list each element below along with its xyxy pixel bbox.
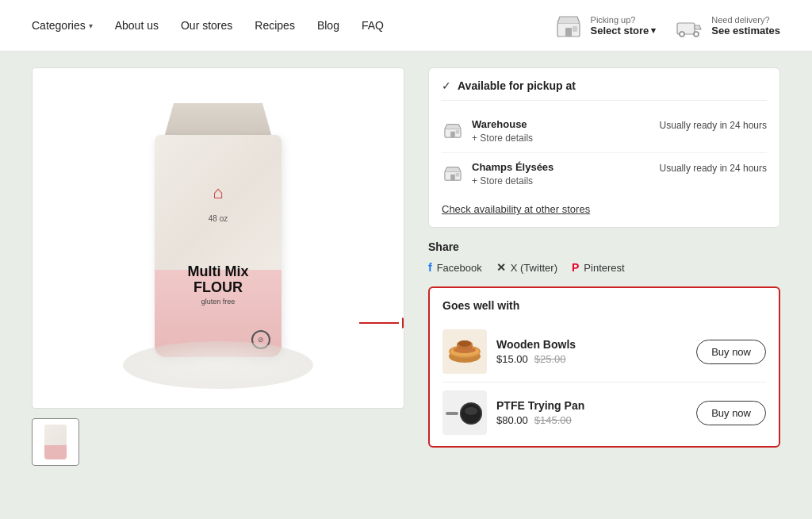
nav-categories[interactable]: Categories ▾ [32, 19, 93, 32]
gww-item-prices-ptfe-pan: $80.00 $145.00 [496, 414, 687, 426]
arrow-head-icon [402, 317, 404, 329]
goes-well-with-section: Goes well with [428, 286, 780, 448]
gww-item-ptfe-pan: PTFE Trying Pan $80.00 $145.00 Buy now [442, 383, 766, 435]
store-icon [554, 11, 583, 40]
bag-logo-icon: ⌂ [213, 183, 223, 203]
svg-point-18 [458, 340, 471, 347]
header-actions: Picking up? Select store ▾ Need delivery… [554, 11, 780, 40]
share-buttons: f Facebook ✕ X (Twitter) P Pinterest [428, 261, 780, 274]
gww-item-img-ptfe-pan [442, 390, 487, 435]
svg-point-4 [680, 32, 684, 37]
main-content: ⌂ 48 oz Multi Mix FLOUR gluten free ⊘ [0, 52, 812, 519]
info-section: ✓ Available for pickup at Ware [404, 67, 780, 503]
bag-title: Multi Mix FLOUR gluten free [167, 264, 270, 306]
pickup-text: Picking up? Select store ▾ [591, 15, 657, 37]
gww-price-original-ptfe-pan: $145.00 [534, 414, 572, 426]
delivery-text: Need delivery? See estimates [711, 15, 780, 37]
store-left-warehouse: Warehouse + Store details [442, 118, 533, 144]
flour-bag-illustration: ⌂ 48 oz Multi Mix FLOUR gluten free ⊘ [139, 103, 297, 373]
store-icon-champs [442, 162, 464, 184]
gww-title: Goes well with [442, 299, 766, 312]
main-nav: Categories ▾ About us Our stores Recipes… [32, 19, 384, 32]
product-section: ⌂ 48 oz Multi Mix FLOUR gluten free ⊘ [32, 67, 404, 503]
bag-body: ⌂ 48 oz Multi Mix FLOUR gluten free ⊘ [155, 135, 282, 357]
thumb-bag-icon [44, 425, 67, 459]
share-section: Share f Facebook ✕ X (Twitter) P Pintere… [428, 237, 780, 277]
store-row-champs: Champs Élysées + Store details Usually r… [442, 153, 767, 195]
store-row-warehouse: Warehouse + Store details Usually ready … [442, 110, 767, 153]
bag-product-name: Multi Mix FLOUR [167, 264, 270, 296]
check-availability-link[interactable]: Check availability at other stores [442, 203, 590, 215]
product-thumbnails [32, 418, 404, 466]
chevron-down-icon: ▾ [651, 25, 656, 36]
chevron-down-icon: ▾ [89, 21, 93, 30]
svg-rect-19 [446, 412, 458, 415]
share-pinterest[interactable]: P Pinterest [572, 261, 625, 274]
pickup-card: ✓ Available for pickup at Ware [428, 67, 780, 228]
store-left-champs: Champs Élysées + Store details [442, 161, 553, 187]
product-image-main: ⌂ 48 oz Multi Mix FLOUR gluten free ⊘ [32, 67, 404, 409]
facebook-icon: f [428, 261, 432, 274]
nav-our-stores[interactable]: Our stores [181, 19, 232, 32]
gww-price-original-wooden-bowls: $25.00 [534, 353, 566, 365]
delivery-action[interactable]: Need delivery? See estimates [675, 11, 780, 40]
thumbnail-1[interactable] [32, 418, 79, 466]
svg-point-22 [465, 407, 477, 415]
pickup-title: Available for pickup at [458, 79, 576, 92]
svg-point-5 [694, 32, 699, 37]
store-icon-warehouse [442, 119, 464, 141]
gww-price-current-wooden-bowls: $15.00 [496, 353, 528, 365]
store-ready-champs: Usually ready in 24 hours [660, 161, 767, 174]
share-twitter[interactable]: ✕ X (Twitter) [496, 261, 557, 274]
store-info-champs: Champs Élysées + Store details [472, 161, 553, 187]
svg-rect-11 [456, 173, 460, 177]
svg-rect-1 [565, 28, 572, 37]
twitter-x-icon: ✕ [496, 261, 506, 274]
store-info-warehouse: Warehouse + Store details [472, 118, 533, 144]
pickup-action[interactable]: Picking up? Select store ▾ [554, 11, 657, 40]
thumb-bag-pink [44, 445, 67, 459]
share-title: Share [428, 240, 780, 253]
buy-now-button-wooden-bowls[interactable]: Buy now [696, 340, 766, 364]
gww-price-current-ptfe-pan: $80.00 [496, 414, 528, 426]
delivery-icon [675, 11, 703, 40]
gww-item-wooden-bowls: Wooden Bowls $15.00 $25.00 Buy now [442, 321, 766, 383]
nav-about[interactable]: About us [115, 19, 159, 32]
gww-item-name-wooden-bowls: Wooden Bowls [496, 338, 687, 351]
bag-oz: 48 oz [209, 214, 228, 223]
gww-item-name-ptfe-pan: PTFE Trying Pan [496, 399, 687, 412]
svg-rect-8 [456, 130, 460, 134]
check-icon: ✓ [442, 79, 451, 92]
svg-rect-10 [450, 175, 455, 180]
store-ready-warehouse: Usually ready in 24 hours [660, 118, 767, 131]
share-facebook[interactable]: f Facebook [428, 261, 482, 274]
nav-blog[interactable]: Blog [317, 19, 339, 32]
bag-subtitle: gluten free [167, 298, 270, 306]
gww-item-img-wooden-bowls [442, 329, 487, 374]
nav-faq[interactable]: FAQ [362, 19, 384, 32]
gww-item-info-ptfe-pan: PTFE Trying Pan $80.00 $145.00 [496, 399, 687, 426]
svg-rect-2 [573, 26, 577, 32]
nav-recipes[interactable]: Recipes [255, 19, 295, 32]
store-details-link-warehouse[interactable]: + Store details [472, 133, 533, 144]
pinterest-icon: P [572, 261, 579, 274]
store-details-link-champs[interactable]: + Store details [472, 175, 533, 186]
arrow-line [359, 322, 399, 324]
flour-pile [123, 341, 313, 389]
nav-left: Categories ▾ About us Our stores Recipes… [32, 19, 384, 32]
gww-item-info-wooden-bowls: Wooden Bowls $15.00 $25.00 [496, 338, 687, 365]
arrow-annotation [359, 317, 404, 329]
store-name-champs: Champs Élysées [472, 161, 553, 173]
store-name-warehouse: Warehouse [472, 118, 533, 130]
svg-rect-7 [450, 132, 455, 137]
header: Categories ▾ About us Our stores Recipes… [0, 0, 812, 52]
pickup-header: ✓ Available for pickup at [442, 79, 767, 101]
buy-now-button-ptfe-pan[interactable]: Buy now [696, 401, 766, 425]
gww-item-prices-wooden-bowls: $15.00 $25.00 [496, 353, 687, 365]
